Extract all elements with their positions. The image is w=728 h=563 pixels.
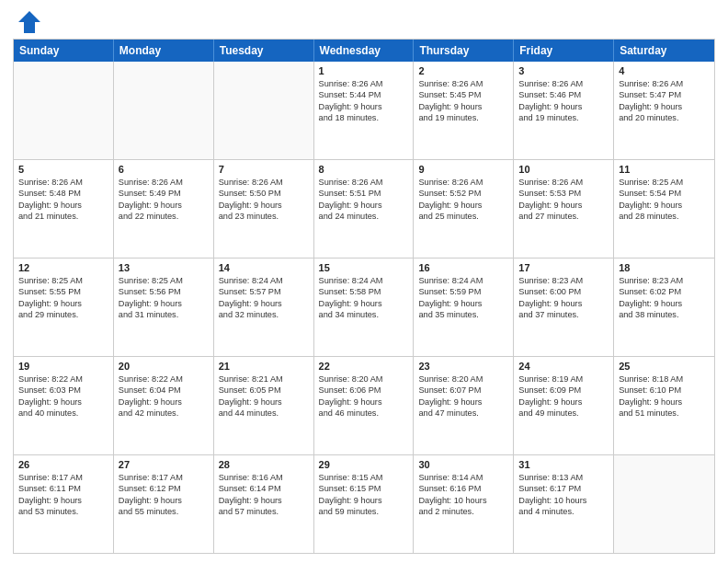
cell-line: Sunrise: 8:22 AM	[18, 373, 108, 385]
cell-line: Daylight: 9 hours	[418, 101, 508, 112]
calendar-day-cell: 27Sunrise: 8:17 AMSunset: 6:12 PMDayligh…	[114, 455, 214, 553]
cell-line: Sunrise: 8:26 AM	[619, 78, 710, 89]
cell-line: and 27 minutes.	[518, 211, 609, 222]
day-number: 1	[319, 65, 409, 76]
cell-line: Sunset: 5:59 PM	[418, 286, 508, 297]
cell-line: Sunrise: 8:21 AM	[219, 373, 309, 385]
cell-line: Sunset: 6:12 PM	[119, 483, 209, 494]
weekday-header: Sunday	[14, 40, 114, 62]
weekday-header: Wednesday	[314, 40, 415, 62]
day-number: 18	[619, 262, 710, 273]
cell-line: and 23 minutes.	[219, 211, 309, 222]
calendar-header: SundayMondayTuesdayWednesdayThursdayFrid…	[14, 40, 714, 62]
cell-line: and 18 minutes.	[319, 112, 409, 123]
cell-line: Sunset: 5:47 PM	[619, 89, 710, 100]
day-number: 23	[418, 361, 508, 372]
cell-line: Sunrise: 8:25 AM	[619, 177, 710, 188]
cell-line: Sunset: 6:14 PM	[219, 483, 309, 494]
cell-line: and 2 minutes.	[418, 506, 508, 517]
weekday-header: Friday	[514, 40, 614, 62]
cell-line: Sunrise: 8:25 AM	[18, 275, 108, 286]
cell-line: Sunrise: 8:17 AM	[18, 472, 108, 483]
cell-line: Sunset: 6:07 PM	[418, 385, 508, 396]
cell-line: Sunrise: 8:17 AM	[119, 472, 209, 483]
calendar-day-cell: 30Sunrise: 8:14 AMSunset: 6:16 PMDayligh…	[414, 455, 514, 553]
cell-line: Daylight: 9 hours	[18, 200, 108, 211]
cell-line: and 59 minutes.	[319, 506, 409, 517]
day-number: 30	[418, 459, 508, 470]
cell-line: and 32 minutes.	[219, 309, 309, 320]
day-number: 16	[418, 262, 508, 273]
cell-line: Daylight: 10 hours	[518, 495, 609, 506]
calendar-row: 1Sunrise: 8:26 AMSunset: 5:44 PMDaylight…	[14, 62, 714, 159]
svg-marker-0	[18, 11, 40, 33]
cell-line: and 22 minutes.	[119, 211, 209, 222]
cell-line: Sunset: 5:54 PM	[619, 188, 710, 199]
calendar-day-cell: 24Sunrise: 8:19 AMSunset: 6:09 PMDayligh…	[514, 357, 614, 454]
logo	[13, 9, 42, 33]
cell-line: Daylight: 9 hours	[18, 495, 108, 506]
day-number: 7	[219, 164, 309, 175]
calendar-day-cell: 16Sunrise: 8:24 AMSunset: 5:59 PMDayligh…	[414, 259, 514, 356]
calendar-day-cell: 10Sunrise: 8:26 AMSunset: 5:53 PMDayligh…	[514, 160, 614, 258]
cell-line: and 55 minutes.	[119, 506, 209, 517]
cell-line: and 31 minutes.	[119, 309, 209, 320]
cell-line: Sunrise: 8:24 AM	[219, 275, 309, 286]
cell-line: Sunrise: 8:22 AM	[119, 373, 209, 385]
cell-line: Daylight: 9 hours	[418, 396, 508, 408]
weekday-header: Monday	[114, 40, 214, 62]
cell-line: Sunrise: 8:25 AM	[119, 275, 209, 286]
cell-line: Sunrise: 8:26 AM	[18, 177, 108, 188]
day-number: 31	[518, 459, 609, 470]
cell-line: Daylight: 9 hours	[119, 298, 209, 309]
calendar-day-cell: 5Sunrise: 8:26 AMSunset: 5:48 PMDaylight…	[14, 160, 114, 258]
day-number: 20	[119, 361, 209, 372]
day-number: 27	[119, 459, 209, 470]
calendar-day-cell: 12Sunrise: 8:25 AMSunset: 5:55 PMDayligh…	[14, 259, 114, 356]
calendar-day-cell: 7Sunrise: 8:26 AMSunset: 5:50 PMDaylight…	[214, 160, 314, 258]
day-number: 9	[418, 164, 508, 175]
cell-line: Daylight: 9 hours	[119, 495, 209, 506]
cell-line: Sunset: 6:15 PM	[319, 483, 409, 494]
cell-line: and 19 minutes.	[518, 112, 609, 123]
cell-line: and 57 minutes.	[219, 506, 309, 517]
cell-line: Sunset: 5:50 PM	[219, 188, 309, 199]
cell-line: Sunrise: 8:26 AM	[518, 78, 609, 89]
calendar-day-cell: 6Sunrise: 8:26 AMSunset: 5:49 PMDaylight…	[114, 160, 214, 258]
calendar-day-cell: 13Sunrise: 8:25 AMSunset: 5:56 PMDayligh…	[114, 259, 214, 356]
cell-line: Sunrise: 8:20 AM	[319, 373, 409, 385]
cell-line: Sunrise: 8:14 AM	[418, 472, 508, 483]
calendar-row: 12Sunrise: 8:25 AMSunset: 5:55 PMDayligh…	[14, 258, 714, 356]
cell-line: Sunset: 5:56 PM	[119, 286, 209, 297]
cell-line: and 34 minutes.	[319, 309, 409, 320]
calendar-day-cell: 23Sunrise: 8:20 AMSunset: 6:07 PMDayligh…	[414, 357, 514, 454]
cell-line: Sunset: 5:44 PM	[319, 89, 409, 100]
header	[13, 9, 715, 33]
cell-line: Sunset: 6:06 PM	[319, 385, 409, 396]
calendar-day-cell: 4Sunrise: 8:26 AMSunset: 5:47 PMDaylight…	[614, 62, 714, 159]
cell-line: Daylight: 9 hours	[619, 396, 710, 408]
cell-line: Sunrise: 8:15 AM	[319, 472, 409, 483]
empty-cell	[614, 455, 714, 553]
cell-line: and 29 minutes.	[18, 309, 108, 320]
cell-line: Daylight: 9 hours	[319, 298, 409, 309]
cell-line: Sunrise: 8:13 AM	[518, 472, 609, 483]
calendar-day-cell: 9Sunrise: 8:26 AMSunset: 5:52 PMDaylight…	[414, 160, 514, 258]
day-number: 26	[18, 459, 108, 470]
calendar-day-cell: 20Sunrise: 8:22 AMSunset: 6:04 PMDayligh…	[114, 357, 214, 454]
cell-line: Sunset: 5:55 PM	[18, 286, 108, 297]
cell-line: and 51 minutes.	[619, 408, 710, 419]
calendar-day-cell: 17Sunrise: 8:23 AMSunset: 6:00 PMDayligh…	[514, 259, 614, 356]
calendar-day-cell: 15Sunrise: 8:24 AMSunset: 5:58 PMDayligh…	[314, 259, 415, 356]
cell-line: Sunrise: 8:23 AM	[619, 275, 710, 286]
cell-line: Daylight: 9 hours	[418, 298, 508, 309]
day-number: 6	[119, 164, 209, 175]
cell-line: Sunset: 6:03 PM	[18, 385, 108, 396]
calendar-day-cell: 14Sunrise: 8:24 AMSunset: 5:57 PMDayligh…	[214, 259, 314, 356]
day-number: 11	[619, 164, 710, 175]
calendar-day-cell: 21Sunrise: 8:21 AMSunset: 6:05 PMDayligh…	[214, 357, 314, 454]
day-number: 25	[619, 361, 710, 372]
cell-line: Sunrise: 8:18 AM	[619, 373, 710, 385]
cell-line: and 46 minutes.	[319, 408, 409, 419]
cell-line: Sunset: 5:57 PM	[219, 286, 309, 297]
